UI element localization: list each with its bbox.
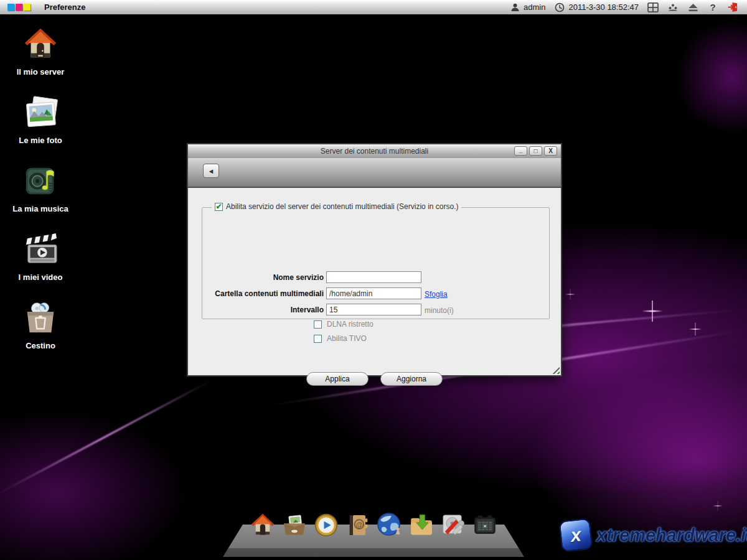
service-name-input[interactable] xyxy=(326,271,421,283)
background-sparkle xyxy=(689,323,702,336)
apply-button[interactable]: Applica xyxy=(306,372,369,386)
background-sparkle xyxy=(642,301,663,322)
background-streak xyxy=(0,375,222,499)
desktop-icon-label: Il mio server xyxy=(9,67,72,77)
group-icon[interactable] xyxy=(667,2,679,13)
dialog-toolbar: ◄ xyxy=(188,158,561,188)
dialog-title: Server dei contenuti multimediali xyxy=(188,147,561,156)
service-fieldset xyxy=(202,207,550,319)
datetime-text: 2011-3-30 18:52:47 xyxy=(568,2,639,12)
dock-address-book-icon[interactable]: @ xyxy=(344,511,372,539)
dialog-titlebar[interactable]: Server dei contenuti multimediali _ □ X xyxy=(188,144,561,158)
svg-text:@: @ xyxy=(355,521,362,528)
enable-service-row: ✔ Abilita servizio del server dei conten… xyxy=(212,202,461,211)
enable-service-label: Abilita servizio del server dei contenut… xyxy=(226,202,458,211)
videos-icon xyxy=(9,229,72,268)
desktop-icon-my-videos[interactable]: I miei video xyxy=(9,229,72,282)
user-icon xyxy=(509,2,520,13)
media-server-dialog: Server dei contenuti multimediali _ □ X … xyxy=(187,143,562,376)
watermark-text: xtremehardware.it xyxy=(596,525,747,546)
clock-icon xyxy=(554,2,565,13)
desktop-icon-my-photos[interactable]: Le mie foto xyxy=(9,92,72,145)
watermark: x xtremehardware.it xyxy=(560,520,747,551)
interval-input[interactable] xyxy=(326,304,421,315)
svg-text:✶: ✶ xyxy=(482,523,487,530)
dock-toolbox-icon[interactable]: ✶ xyxy=(471,511,499,539)
user-indicator[interactable]: admin xyxy=(509,2,545,13)
interval-suffix: minuto(i) xyxy=(425,306,454,315)
home-icon xyxy=(9,24,72,62)
logo-square-yellow xyxy=(24,4,31,11)
music-icon xyxy=(9,161,72,199)
dlna-restricted-row: DLNA ristretto xyxy=(314,320,374,329)
dock-web-globe-icon[interactable] xyxy=(375,511,404,539)
desktop-icon-my-music[interactable]: La mia musica xyxy=(9,161,72,213)
dock-media-player-icon[interactable] xyxy=(312,511,341,539)
enable-tivo-row: Abilita TIVO xyxy=(314,334,367,343)
dock-photo-box-icon[interactable] xyxy=(280,511,309,539)
user-name: admin xyxy=(524,2,545,12)
desktop-icon-my-server[interactable]: Il mio server xyxy=(9,24,72,77)
watermark-x: x xyxy=(570,524,582,546)
dock: @ xyxy=(223,525,524,557)
dlna-restricted-label: DLNA ristretto xyxy=(327,320,374,329)
logo-square-magenta xyxy=(16,4,22,11)
minimize-button[interactable]: _ xyxy=(514,146,527,156)
eject-icon[interactable] xyxy=(687,2,698,13)
logout-icon[interactable] xyxy=(727,2,738,13)
dock-home-icon[interactable] xyxy=(248,511,277,539)
help-icon[interactable]: ? xyxy=(707,2,718,13)
enable-service-checkbox[interactable]: ✔ xyxy=(215,203,223,211)
dock-download-folder-icon[interactable] xyxy=(407,511,436,539)
enable-tivo-checkbox[interactable] xyxy=(314,335,322,343)
photos-icon xyxy=(9,92,72,131)
media-folder-input[interactable] xyxy=(326,287,421,299)
desktop-icon-label: La mia musica xyxy=(9,204,72,213)
back-arrow-icon: ◄ xyxy=(208,167,215,175)
media-folder-label: Cartella contenuti multimediali xyxy=(199,289,324,298)
back-button[interactable]: ◄ xyxy=(203,164,219,178)
background-glow xyxy=(635,12,747,174)
desktop-icon-label: Le mie foto xyxy=(9,136,72,145)
interval-label: Intervallo xyxy=(199,306,324,314)
logo-square-blue xyxy=(7,4,14,11)
close-button[interactable]: X xyxy=(544,146,557,156)
desktop-icon-label: Cestino xyxy=(9,341,72,350)
dlna-restricted-checkbox[interactable] xyxy=(314,320,322,329)
xtremehardware-logo-icon: x xyxy=(559,518,593,553)
maximize-button[interactable]: □ xyxy=(529,146,542,156)
brand-logo xyxy=(7,4,31,11)
background-sparkle xyxy=(713,501,723,511)
trash-icon xyxy=(9,297,72,336)
desktop-icon-label: I miei video xyxy=(9,273,72,282)
menu-preferenze[interactable]: Preferenze xyxy=(44,2,85,12)
clock-indicator[interactable]: 2011-3-30 18:52:47 xyxy=(554,2,639,13)
dock-disk-utilities-icon[interactable] xyxy=(439,511,467,539)
dialog-body: ✔ Abilita servizio del server dei conten… xyxy=(188,188,561,376)
enable-tivo-label: Abilita TIVO xyxy=(327,334,367,343)
browse-link[interactable]: Sfoglia xyxy=(425,290,448,299)
service-name-label: Nome servizio xyxy=(199,273,324,282)
menubar: Preferenze admin 2011-3-30 18:52:47 ? xyxy=(0,0,747,16)
background-sparkle xyxy=(565,289,576,300)
desktop-icon-trash[interactable]: Cestino xyxy=(9,297,72,350)
refresh-button[interactable]: Aggiorna xyxy=(380,372,443,386)
apps-grid-icon[interactable] xyxy=(647,2,659,13)
